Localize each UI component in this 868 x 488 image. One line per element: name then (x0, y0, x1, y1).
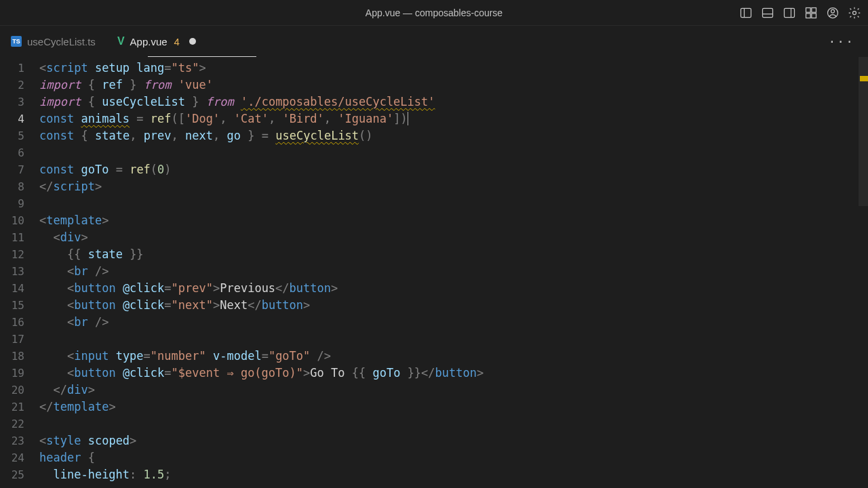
line-number: 9 (0, 195, 24, 212)
line-number: 4 (0, 110, 24, 127)
tab-overflow-icon[interactable]: ··· (828, 35, 854, 49)
code-line[interactable]: <style scoped> (39, 432, 868, 449)
line-number: 24 (0, 449, 24, 466)
line-number: 13 (0, 263, 24, 280)
editor[interactable]: 1234567891011121314151617181920212223242… (0, 57, 868, 488)
svg-rect-9 (812, 13, 816, 18)
code-line[interactable] (39, 331, 868, 348)
panel-right-icon[interactable] (783, 6, 796, 20)
line-number: 12 (0, 246, 24, 263)
code-line[interactable]: <br /> (39, 314, 868, 331)
code-line[interactable]: <input type="number" v-model="goTo" /> (39, 348, 868, 365)
tab-appvue[interactable]: V App.vue 4 (106, 26, 223, 57)
code-line[interactable]: import { useCycleList } from './composab… (39, 94, 868, 110)
svg-rect-2 (763, 8, 773, 17)
line-number: 17 (0, 331, 24, 348)
svg-rect-7 (812, 7, 816, 12)
tab-label: App.vue (130, 36, 167, 47)
line-number: 2 (0, 77, 24, 94)
code-line[interactable]: <br /> (39, 263, 868, 280)
code-line[interactable]: </script> (39, 178, 868, 195)
svg-rect-8 (806, 13, 811, 18)
code-line[interactable] (39, 144, 868, 161)
line-number: 20 (0, 382, 24, 399)
code-line[interactable]: <button @click="next">Next</button> (39, 297, 868, 314)
line-number: 19 (0, 365, 24, 382)
code-line[interactable] (39, 415, 868, 432)
line-number: 3 (0, 94, 24, 110)
typescript-icon: TS (11, 36, 22, 47)
code-line[interactable]: import { ref } from 'vue' (39, 77, 868, 94)
window-title: App.vue — composables-course (366, 7, 502, 18)
panel-left-icon[interactable] (739, 6, 753, 20)
line-number: 22 (0, 415, 24, 432)
code-line[interactable]: {{ state }} (39, 246, 868, 263)
svg-point-12 (853, 11, 856, 14)
code-line[interactable]: </div> (39, 382, 868, 399)
svg-rect-6 (806, 7, 811, 12)
code-line[interactable]: </template> (39, 399, 868, 415)
line-number: 25 (0, 466, 24, 483)
code-line[interactable]: <div> (39, 229, 868, 246)
line-number: 10 (0, 212, 24, 229)
titlebar-actions (739, 6, 861, 20)
code-line[interactable]: <template> (39, 212, 868, 229)
line-number: 16 (0, 314, 24, 331)
overview-ruler[interactable] (859, 57, 868, 488)
tab-usecyclelist[interactable]: TS useCycleList.ts (0, 26, 106, 57)
vue-icon: V (117, 35, 125, 47)
code-line[interactable]: <script setup lang="ts"> (39, 60, 868, 77)
code-line[interactable]: const { state, prev, next, go } = useCyc… (39, 127, 868, 144)
line-number: 14 (0, 280, 24, 297)
line-number: 23 (0, 432, 24, 449)
svg-rect-0 (741, 8, 751, 17)
line-number: 21 (0, 399, 24, 415)
line-number: 7 (0, 161, 24, 178)
code-line[interactable]: header { (39, 449, 868, 466)
line-number: 15 (0, 297, 24, 314)
svg-point-11 (831, 9, 835, 13)
panel-bottom-icon[interactable] (761, 6, 774, 20)
line-gutter: 1234567891011121314151617181920212223242… (0, 57, 39, 488)
line-number: 11 (0, 229, 24, 246)
problems-badge: 4 (174, 36, 180, 47)
code-line[interactable] (39, 195, 868, 212)
code-line[interactable]: line-height: 1.5; (39, 466, 868, 483)
line-number: 5 (0, 127, 24, 144)
account-icon[interactable] (826, 6, 840, 20)
code-line[interactable]: <button @click="prev">Previous</button> (39, 280, 868, 297)
code-line[interactable]: const goTo = ref(0) (39, 161, 868, 178)
code-area[interactable]: <script setup lang="ts">import { ref } f… (39, 57, 868, 488)
line-number: 18 (0, 348, 24, 365)
line-number: 1 (0, 60, 24, 77)
tab-bar: TS useCycleList.ts V App.vue 4 ··· (0, 26, 868, 57)
code-line[interactable]: <button @click="$event ⇒ go(goTo)">Go To… (39, 365, 868, 382)
svg-rect-4 (785, 8, 795, 17)
line-number: 6 (0, 144, 24, 161)
dirty-indicator-icon (189, 38, 196, 45)
code-line[interactable]: const animals = ref(['Dog', 'Cat', 'Bird… (39, 110, 868, 127)
titlebar: App.vue — composables-course (0, 0, 868, 26)
layout-icon[interactable] (804, 6, 818, 20)
warning-marker-icon[interactable] (860, 76, 868, 81)
tab-label: useCycleList.ts (27, 36, 96, 47)
settings-gear-icon[interactable] (848, 6, 861, 20)
line-number: 8 (0, 178, 24, 195)
